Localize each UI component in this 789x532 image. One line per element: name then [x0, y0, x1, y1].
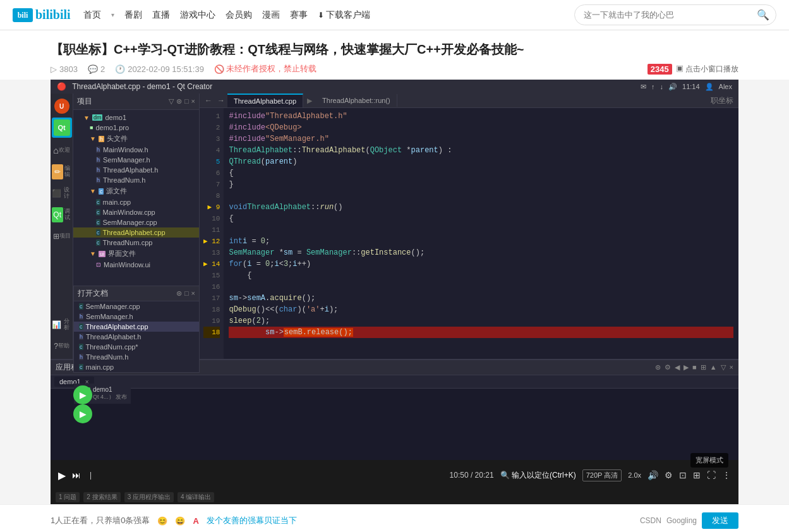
- sidebar-project[interactable]: ⊞ 项目: [52, 226, 72, 246]
- prev-icon[interactable]: ◀: [675, 363, 680, 372]
- nav-manga[interactable]: 漫画: [262, 9, 280, 21]
- search-results-tab[interactable]: 2 搜索结果: [83, 492, 120, 502]
- time-display: 11:14: [682, 83, 700, 90]
- h-icon: h: [79, 354, 83, 360]
- quality-button[interactable]: 720P 高清: [582, 469, 622, 481]
- close-icon[interactable]: ×: [191, 97, 195, 106]
- open-doc-threadalphabet-h[interactable]: hThreadAlphabet.h: [74, 332, 199, 342]
- tree-item-headers[interactable]: ▼ h 头文件: [73, 133, 199, 145]
- close-icon2[interactable]: ×: [191, 289, 195, 298]
- sidebar-edit[interactable]: ✏ 编辑: [52, 162, 72, 182]
- project-panel-header: 项目 ▽ ⊛ □ ×: [73, 94, 199, 110]
- googling-link[interactable]: Googling: [666, 516, 697, 525]
- h-icon: h: [79, 313, 83, 320]
- pin-icon2[interactable]: ⊛: [176, 289, 182, 298]
- tree-item-mainwindow-h[interactable]: h MainWindow.h: [73, 145, 199, 155]
- sidebar-qt-logo[interactable]: Qt: [52, 118, 72, 138]
- app-output-tab[interactable]: 3 应用程序输出: [124, 492, 174, 502]
- tab-run-function[interactable]: ThreadAlphabet::run(): [316, 94, 397, 107]
- editor-titlebar-controls: ✉ ↑ ↓ 🔊 11:14 👤 Alex: [641, 83, 732, 91]
- tree-item-threadalphabet-h[interactable]: h ThreadAlphabet.h: [73, 165, 199, 175]
- open-doc-semmanager-cpp[interactable]: cSemManager.cpp: [74, 301, 199, 311]
- search-pos-button[interactable]: 🔍 输入以定位(Ctrl+K): [500, 470, 576, 481]
- problems-tab[interactable]: 1 问题: [56, 492, 80, 502]
- tab-threadalphabet-cpp[interactable]: ThreadAlphabet.cpp: [227, 94, 303, 107]
- open-doc-semmanager-h[interactable]: hSemManager.h: [74, 311, 199, 322]
- chain-icon[interactable]: ⊛: [176, 97, 182, 106]
- open-doc-threadnum-cpp[interactable]: cThreadNum.cpp*: [74, 342, 199, 352]
- h-file-icon: h: [96, 147, 100, 153]
- small-window-button[interactable]: ▣ 点击小窗口播放: [676, 64, 738, 75]
- nav-home[interactable]: 首页: [83, 9, 101, 21]
- tree-item-main-cpp[interactable]: c main.cpp: [73, 197, 199, 207]
- sidebar-help[interactable]: ? 帮助: [52, 336, 72, 356]
- cpp-file-icon: c: [96, 229, 100, 236]
- nav-vip[interactable]: 会员购: [226, 9, 252, 21]
- sidebar-ubuntu: U: [52, 96, 72, 116]
- video-controls: ▶ ⏭ | 10:50 / 20:21 🔍 输入以定位(Ctrl+K) 720P…: [51, 460, 738, 490]
- nav-download[interactable]: ⬇ 下载客户端: [318, 9, 370, 21]
- tree-item-demo1[interactable]: ▼ dm demo1: [73, 112, 199, 123]
- nav-game[interactable]: 游戏中心: [180, 9, 215, 21]
- sidebar-analyze[interactable]: 📊 分析: [52, 315, 72, 335]
- expand2-icon[interactable]: ⊞: [701, 363, 706, 372]
- fullscreen-icon[interactable]: ⛶: [707, 470, 716, 480]
- folder-icon: ▼: [83, 114, 90, 121]
- more-icon[interactable]: ⋮: [722, 470, 731, 480]
- play-icon: ▷: [51, 64, 57, 74]
- svg-text:bili: bili: [18, 11, 28, 20]
- nav-back-icon[interactable]: ←: [202, 96, 215, 105]
- sidebar-debug[interactable]: Qt 调试: [52, 205, 72, 225]
- expand-icon[interactable]: □: [184, 97, 189, 106]
- play-pause-button[interactable]: ▶: [58, 469, 66, 481]
- next-button[interactable]: ⏭: [72, 470, 81, 480]
- sidebar-design[interactable]: ⬛ 设计: [52, 183, 72, 203]
- pip-icon[interactable]: ⊡: [679, 470, 687, 480]
- sidebar-welcome[interactable]: ⌂ 欢迎: [52, 140, 72, 160]
- tree-item-mainwindow-cpp[interactable]: c MainWindow.cpp: [73, 207, 199, 217]
- open-docs-header: 打开文档 ⊛ □ ×: [74, 286, 199, 301]
- theater-icon[interactable]: ⊞: [693, 470, 701, 480]
- nav-fanju[interactable]: 番剧: [124, 9, 142, 21]
- widescreen-button[interactable]: 宽屏模式: [690, 453, 728, 468]
- run-button[interactable]: ▶: [73, 385, 92, 404]
- expand-icon2[interactable]: □: [184, 289, 189, 298]
- tree-item-threadnum-cpp[interactable]: c ThreadNum.cpp: [73, 238, 199, 248]
- tree-item-threadnum-h[interactable]: h ThreadNum.h: [73, 175, 199, 185]
- open-doc-main-cpp[interactable]: cmain.cpp: [74, 362, 199, 372]
- search-button[interactable]: 🔍: [750, 5, 776, 25]
- play-icon[interactable]: ▶: [684, 363, 689, 372]
- open-doc-threadalphabet-cpp[interactable]: cThreadAlphabet.cpp: [74, 322, 199, 332]
- tree-item-sources[interactable]: ▼ c 源文件: [73, 185, 199, 197]
- tree-item-forms[interactable]: ▼ ui 界面文件: [73, 248, 199, 260]
- tree-item-pro[interactable]: ■ demo1.pro: [73, 123, 199, 133]
- step-button[interactable]: ▶: [73, 404, 92, 423]
- settings-icon[interactable]: ⚙: [665, 470, 673, 480]
- no-repost-icon: 🚫: [214, 64, 224, 74]
- filter-icon[interactable]: ▽: [169, 97, 174, 106]
- tree-item-semmanager-cpp[interactable]: c SemManager.cpp: [73, 217, 199, 227]
- settings-icon[interactable]: ⚙: [665, 363, 671, 372]
- open-doc-threadnum-h[interactable]: hThreadNum.h: [74, 352, 199, 362]
- tree-item-threadalphabet-cpp[interactable]: c ThreadAlphabet.cpp: [73, 227, 199, 238]
- comment-prompt[interactable]: 发个友善的强幕贝证当下: [207, 515, 297, 526]
- time-display: 10:50 / 20:21: [450, 471, 494, 480]
- maximize-icon[interactable]: ▽: [721, 363, 726, 372]
- send-button[interactable]: 发送: [702, 512, 738, 529]
- compile-output-tab[interactable]: 4 编详输出: [178, 492, 214, 502]
- volume-icon[interactable]: 🔊: [647, 470, 658, 480]
- stop-icon[interactable]: ■: [692, 363, 697, 372]
- search-input[interactable]: [575, 6, 750, 23]
- speed-button[interactable]: 2.0x: [628, 471, 641, 479]
- tree-item-semmanager-h[interactable]: h SemManager.h: [73, 155, 199, 165]
- emoji-icon: 😊: [157, 516, 167, 526]
- site-logo[interactable]: bili bilibili: [13, 8, 71, 22]
- csdn-link[interactable]: CSDN: [640, 516, 661, 525]
- nav-live[interactable]: 直播: [152, 9, 170, 21]
- pin-icon[interactable]: ⊛: [655, 363, 661, 372]
- collapse-icon[interactable]: ▲: [710, 363, 717, 372]
- nav-forward-icon[interactable]: →: [215, 96, 227, 105]
- close2-icon[interactable]: ×: [730, 363, 733, 372]
- tree-item-mainwindow-ui[interactable]: ⊡ MainWindow.ui: [73, 260, 199, 270]
- nav-match[interactable]: 赛事: [290, 9, 308, 21]
